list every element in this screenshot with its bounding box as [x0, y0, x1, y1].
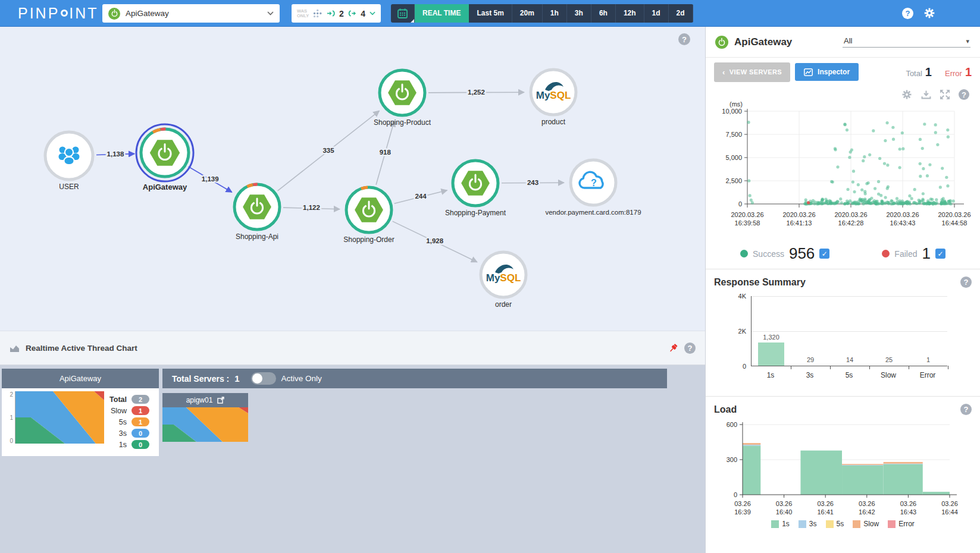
back-chevron-icon: ‹: [722, 68, 725, 77]
calendar-button[interactable]: [391, 4, 415, 23]
time-range-group: REAL TIMELast 5m20m1h3h6h12h1d2d: [415, 4, 693, 23]
time-range-real-time[interactable]: REAL TIME: [415, 4, 469, 23]
thread-panel-header: Realtime Active Thread Chart ?: [0, 331, 705, 365]
edge-label-shopping-product-product[interactable]: 1,252: [468, 89, 485, 96]
pin-icon[interactable]: [668, 343, 678, 353]
inbound-arrow-icon: [327, 10, 335, 17]
load-title: Load: [714, 404, 737, 415]
gear-icon[interactable]: [923, 7, 935, 19]
detail-sidebar: ApiGateway All ▾ ‹ VIEW SERVERS Inspecto…: [705, 27, 980, 553]
edge-label-shopping-api-shopping-product[interactable]: 335: [323, 147, 334, 154]
failed-dot-icon: [882, 250, 890, 257]
load-legend-slow[interactable]: Slow: [853, 520, 879, 528]
view-servers-button[interactable]: ‹ VIEW SERVERS: [714, 62, 790, 82]
response-scatter-chart[interactable]: (ms)10,0007,5005,0002,50002020.03.2616:3…: [714, 102, 971, 243]
load-help-icon[interactable]: ?: [960, 404, 972, 415]
inbound-count: 2: [339, 9, 344, 18]
open-window-icon: [217, 397, 224, 404]
node-shopping-payment[interactable]: Shopping-Payment: [445, 161, 506, 217]
failed-checkbox[interactable]: ✓: [935, 249, 945, 259]
svg-text:?: ?: [591, 178, 597, 188]
svg-text:7,500: 7,500: [725, 131, 742, 138]
spring-icon: [715, 36, 728, 49]
edge-label-shopping-order-order[interactable]: 1,928: [426, 237, 443, 244]
load-legend-3s[interactable]: 3s: [799, 520, 817, 528]
scatter-help-icon[interactable]: ?: [959, 89, 969, 100]
response-bar-1s[interactable]: [758, 343, 784, 366]
server-map[interactable]: 1,1381,1393351,1229182441,9281,252243USE…: [0, 27, 705, 331]
load-legend-5s[interactable]: 5s: [826, 520, 844, 528]
svg-text:03.2616:43: 03.2616:43: [900, 500, 917, 516]
svg-text:0: 0: [734, 491, 737, 498]
sidebar-app-title: ApiGateway: [734, 36, 792, 48]
time-range-3h[interactable]: 3h: [567, 4, 591, 23]
response-category-1s: 1s: [767, 371, 775, 379]
thread-panel-help-icon[interactable]: ?: [684, 343, 696, 354]
agent-filter-select[interactable]: All ▾: [843, 36, 970, 48]
load-section: Load ? 600300003.2616:3903.2616:4003.261…: [706, 397, 980, 533]
load-seg-1s: [884, 464, 923, 495]
download-icon[interactable]: [921, 90, 931, 99]
node-label-product: product: [541, 118, 566, 126]
svg-text:03.2616:39: 03.2616:39: [734, 500, 751, 516]
node-label-shopping-order: Shopping-Order: [343, 235, 394, 244]
response-summary-chart[interactable]: 1,32029142514K2K01s3s5sSlowError: [722, 291, 963, 391]
total-servers-value: 1: [234, 373, 239, 384]
fullscreen-icon[interactable]: [940, 90, 950, 99]
application-selector[interactable]: ApiGateway: [102, 4, 280, 23]
node-product[interactable]: MySQLproduct: [531, 70, 576, 126]
edge-label-shopping-order-shopping-payment[interactable]: 244: [415, 193, 427, 200]
load-seg-1s: [743, 445, 760, 495]
thread-chart-app-label: ApiGateway: [2, 369, 159, 388]
node-shopping-api[interactable]: Shopping-Api: [234, 184, 280, 241]
response-summary-help-icon[interactable]: ?: [960, 276, 972, 288]
edge-label-apigateway-shopping-api[interactable]: 1,139: [202, 175, 219, 183]
scatter-legend: Success 956 ✓ Failed 1 ✓: [714, 244, 972, 263]
inspector-button[interactable]: Inspector: [795, 63, 859, 81]
load-legend-1s[interactable]: 1s: [771, 520, 790, 528]
chevron-down-icon: [370, 11, 375, 15]
nav-right-icons: ?: [902, 7, 935, 19]
agent-filter-value: All: [844, 36, 852, 45]
map-help-icon[interactable]: ?: [678, 33, 690, 45]
response-summary-title: Response Summary: [714, 277, 806, 288]
load-seg-3s: [884, 464, 923, 464]
error-count: 1: [965, 65, 972, 79]
edge-label-shopping-api-shopping-order[interactable]: 1,122: [303, 204, 320, 211]
node-user[interactable]: USER: [45, 132, 93, 191]
node-apigateway[interactable]: ApiGateway: [136, 124, 193, 191]
server-card-header[interactable]: apigw01: [162, 393, 248, 407]
thread-chart-y-axis: 210: [5, 391, 15, 451]
node-shopping-product[interactable]: Shopping-Product: [374, 70, 431, 127]
svg-text:03.2616:41: 03.2616:41: [817, 500, 834, 516]
time-range-12h[interactable]: 12h: [616, 4, 644, 23]
time-range-last-5m[interactable]: Last 5m: [469, 4, 512, 23]
time-range-6h[interactable]: 6h: [591, 4, 616, 23]
node-vendor[interactable]: ?vendor.payment.card.com:8179: [545, 160, 641, 216]
node-order[interactable]: MySQLorder: [481, 252, 526, 309]
response-summary-section: Response Summary ? 1,32029142514K2K01s3s…: [706, 269, 980, 397]
time-range-1d[interactable]: 1d: [644, 4, 669, 23]
time-range-1h[interactable]: 1h: [543, 4, 567, 23]
success-checkbox[interactable]: ✓: [819, 249, 829, 259]
time-range-20m[interactable]: 20m: [512, 4, 543, 23]
thread-legend-value: 0: [131, 429, 149, 438]
node-shopping-order[interactable]: Shopping-Order: [343, 187, 394, 244]
gear-icon[interactable]: [901, 89, 912, 100]
load-chart[interactable]: 600300003.2616:3903.2616:4003.2616:4103.…: [714, 419, 964, 519]
edge-label-shopping-order-shopping-product[interactable]: 918: [380, 149, 392, 156]
total-servers-bar: Total Servers : 1 Active Only: [162, 369, 667, 388]
error-stat: Error 1: [945, 65, 972, 79]
time-range-2d[interactable]: 2d: [669, 4, 693, 23]
thread-legend-3s: 3s0: [108, 429, 149, 438]
edge-label-user-apigateway[interactable]: 1,138: [107, 150, 124, 158]
pinpoint-logo[interactable]: PINPINT: [18, 5, 99, 22]
search-depth-selector[interactable]: WASONLY 2 4: [292, 4, 381, 23]
active-only-toggle[interactable]: [251, 372, 276, 385]
help-icon[interactable]: ?: [902, 8, 913, 19]
thread-panel-content: ApiGateway 210 Total2Slow15s13s01s0: [0, 365, 705, 553]
load-legend-error[interactable]: Error: [888, 520, 915, 528]
edge-label-shopping-payment-vendor[interactable]: 243: [527, 179, 538, 186]
svg-text:2020.03.2616:44:58: 2020.03.2616:44:58: [938, 211, 970, 227]
server-thread-mini-chart[interactable]: [162, 407, 248, 442]
